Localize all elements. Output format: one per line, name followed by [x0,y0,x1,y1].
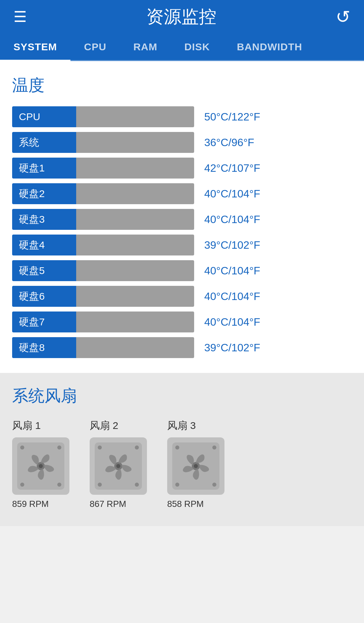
fan-rpm-2: 858 RPM [167,499,204,509]
temp-row-1: 系统 36°C/96°F [12,132,352,153]
fan-label-1: 风扇 2 [90,419,118,433]
refresh-icon[interactable]: ↺ [336,7,351,27]
fan-svg-2 [172,442,219,490]
menu-icon[interactable]: ☰ [13,9,27,24]
fan-item-0: 风扇 1 859 RPM [12,419,69,509]
temp-fill-7 [76,286,194,307]
svg-point-3 [20,483,24,487]
temp-label-0: CPU [12,106,76,127]
tab-ram[interactable]: RAM [120,34,171,60]
temp-bar-9: 硬盘8 [12,337,194,358]
temp-label-6: 硬盘5 [12,260,76,281]
temp-fill-5 [76,235,194,255]
temp-row-5: 硬盘4 39°C/102°F [12,235,352,255]
temp-label-5: 硬盘4 [12,235,76,255]
temp-value-9: 39°C/102°F [204,342,260,354]
header: ☰ 资源监控 ↺ [0,0,364,34]
tab-system[interactable]: SYSTEM [0,34,70,60]
temp-bar-6: 硬盘5 [12,260,194,281]
svg-point-17 [175,483,179,487]
temp-fill-9 [76,337,194,358]
svg-point-8 [98,445,102,450]
svg-point-9 [135,445,139,450]
temp-value-2: 42°C/107°F [204,162,260,174]
fan-rpm-1: 867 RPM [90,499,126,509]
temperature-title: 温度 [12,75,352,96]
temp-fill-2 [76,158,194,179]
temp-value-1: 36°C/96°F [204,136,254,149]
tab-disk[interactable]: DISK [171,34,223,60]
tab-bar: SYSTEMCPURAMDISKBANDWIDTH [0,34,364,61]
fan-rpm-0: 859 RPM [12,499,49,509]
page-title: 资源监控 [146,5,216,29]
svg-point-15 [175,445,179,450]
temp-fill-8 [76,312,194,332]
temp-row-0: CPU 50°C/122°F [12,106,352,127]
svg-point-18 [212,483,216,487]
temp-label-9: 硬盘8 [12,337,76,358]
temp-fill-1 [76,132,194,153]
tab-bandwidth[interactable]: BANDWIDTH [223,34,316,60]
temp-bar-4: 硬盘3 [12,209,194,230]
temp-row-2: 硬盘1 42°C/107°F [12,158,352,179]
fan-section: 系统风扇 风扇 1 859 RPM 风扇 2 [0,373,364,526]
temp-label-1: 系统 [12,132,76,153]
fan-svg-1 [95,442,142,490]
svg-point-10 [98,483,102,487]
svg-point-2 [57,445,61,450]
svg-point-13 [116,464,120,468]
fan-icon-0 [12,437,69,495]
temp-row-8: 硬盘7 40°C/104°F [12,312,352,332]
fan-icon-2 [167,437,224,495]
fan-item-2: 风扇 3 858 RPM [167,419,224,509]
temp-label-2: 硬盘1 [12,158,76,179]
temp-label-8: 硬盘7 [12,312,76,332]
svg-point-4 [57,483,61,487]
fan-label-2: 风扇 3 [167,419,196,433]
fan-item-1: 风扇 2 867 RPM [90,419,147,509]
temp-row-9: 硬盘8 39°C/102°F [12,337,352,358]
temp-fill-3 [76,183,194,204]
temperature-section: 温度 CPU 50°C/122°F 系统 36°C/96°F 硬盘1 42°C/… [0,61,364,373]
temp-row-4: 硬盘3 40°C/104°F [12,209,352,230]
temp-bar-1: 系统 [12,132,194,153]
tab-cpu[interactable]: CPU [70,34,120,60]
temp-fill-0 [76,106,194,127]
temp-value-6: 40°C/104°F [204,265,260,277]
fan-icon-1 [90,437,147,495]
svg-point-20 [194,464,198,468]
temp-value-3: 40°C/104°F [204,188,260,200]
temp-row-7: 硬盘6 40°C/104°F [12,286,352,307]
temp-bar-2: 硬盘1 [12,158,194,179]
temp-label-3: 硬盘2 [12,183,76,204]
temp-row-6: 硬盘5 40°C/104°F [12,260,352,281]
temp-value-4: 40°C/104°F [204,213,260,226]
temp-bar-8: 硬盘7 [12,312,194,332]
temp-bar-5: 硬盘4 [12,235,194,255]
temp-value-8: 40°C/104°F [204,316,260,328]
temp-value-0: 50°C/122°F [204,111,260,123]
fan-label-0: 风扇 1 [12,419,41,433]
fans-row: 风扇 1 859 RPM 风扇 2 [12,419,352,509]
svg-point-11 [135,483,139,487]
svg-point-6 [39,464,43,468]
temp-bar-3: 硬盘2 [12,183,194,204]
temp-fill-6 [76,260,194,281]
temp-bar-7: 硬盘6 [12,286,194,307]
temp-value-7: 40°C/104°F [204,290,260,303]
fan-section-title: 系统风扇 [12,385,352,407]
temp-label-4: 硬盘3 [12,209,76,230]
temp-label-7: 硬盘6 [12,286,76,307]
temp-bar-0: CPU [12,106,194,127]
temp-value-5: 39°C/102°F [204,239,260,251]
svg-point-16 [212,445,216,450]
temp-row-3: 硬盘2 40°C/104°F [12,183,352,204]
svg-point-1 [20,445,24,450]
temp-fill-4 [76,209,194,230]
fan-svg-0 [17,442,64,490]
